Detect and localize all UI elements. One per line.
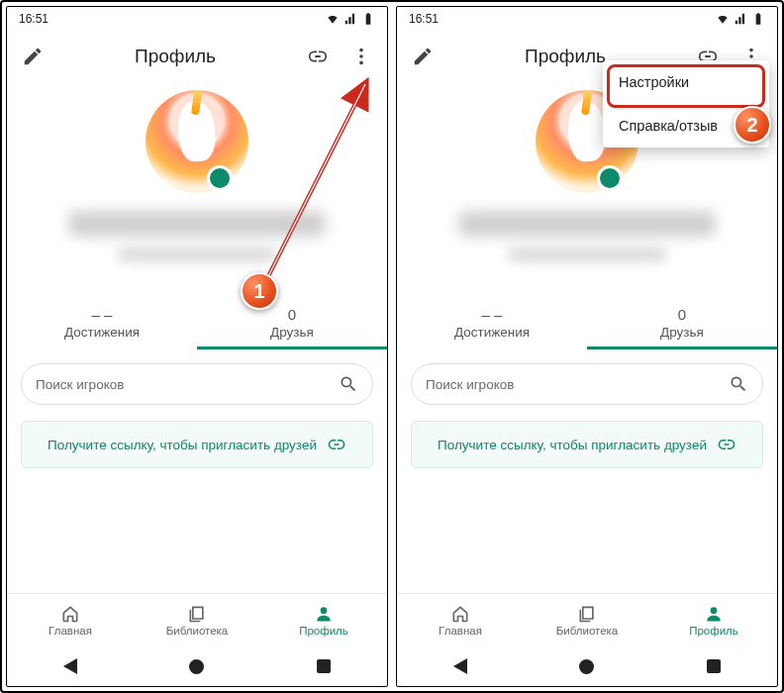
status-time: 16:51: [409, 12, 439, 26]
library-icon: [577, 604, 597, 624]
sys-recent[interactable]: [317, 659, 331, 673]
invite-friends-button[interactable]: Получите ссылку, чтобы пригласить друзей: [411, 421, 763, 468]
achievements-label: Достижения: [7, 325, 197, 340]
svg-point-13: [711, 607, 718, 614]
sys-recent[interactable]: [707, 659, 721, 673]
profile-icon: [314, 604, 334, 624]
battery-icon: [751, 12, 765, 26]
achievements-value: – –: [7, 306, 197, 323]
nav-library-label: Библиотека: [166, 625, 229, 637]
presence-indicator: [597, 165, 623, 191]
username-blurred: [68, 211, 326, 237]
home-icon: [450, 604, 470, 624]
edit-button[interactable]: [401, 35, 444, 78]
tab-achievements[interactable]: – – Достижения: [7, 300, 197, 349]
subtitle-blurred: [118, 247, 276, 262]
status-time: 16:51: [19, 12, 49, 26]
nav-home-label: Главная: [439, 625, 482, 637]
link-icon: [327, 435, 346, 454]
presence-indicator: [207, 165, 233, 191]
nav-library[interactable]: Библиотека: [524, 594, 650, 646]
search-input[interactable]: Поиск игроков: [21, 363, 373, 405]
tab-achievements[interactable]: – – Достижения: [397, 300, 587, 349]
avatar[interactable]: [146, 90, 248, 193]
app-bar: Профиль: [7, 31, 387, 82]
profile-icon: [704, 604, 724, 624]
sys-home[interactable]: [579, 659, 594, 674]
search-placeholder: Поиск игроков: [36, 377, 339, 392]
link-button[interactable]: [296, 35, 340, 78]
search-icon: [729, 374, 748, 394]
profile-tabs: – – Достижения 0 Друзья: [397, 300, 777, 349]
nav-profile[interactable]: Профиль: [260, 594, 387, 646]
nav-library[interactable]: Библиотека: [134, 594, 260, 646]
signal-icon: [343, 12, 357, 26]
edit-button[interactable]: [11, 35, 54, 78]
subtitle-blurred: [508, 247, 666, 262]
profile-content: – – Достижения 0 Друзья Поиск игроков По…: [7, 82, 387, 593]
achievements-label: Достижения: [397, 325, 587, 340]
bottom-nav: Главная Библиотека Профиль: [7, 593, 387, 646]
invite-text: Получите ссылку, чтобы пригласить друзей: [438, 438, 707, 452]
page-title: Профиль: [54, 46, 296, 67]
menu-settings[interactable]: Настройки: [603, 60, 769, 104]
friends-value: 0: [197, 306, 387, 323]
sys-home[interactable]: [189, 659, 204, 674]
home-icon: [60, 604, 80, 624]
friends-value: 0: [587, 306, 777, 323]
search-icon: [339, 374, 358, 394]
status-bar: 16:51: [397, 7, 777, 31]
invite-text: Получите ссылку, чтобы пригласить друзей: [48, 438, 317, 452]
friends-label: Друзья: [587, 325, 777, 340]
svg-point-11: [749, 54, 753, 58]
nav-library-label: Библиотека: [556, 625, 619, 637]
system-nav: [7, 646, 387, 686]
sys-back[interactable]: [453, 658, 467, 674]
phone-screen-2: 16:51 Профиль Настрой: [396, 6, 778, 687]
achievements-value: – –: [397, 306, 587, 323]
search-input[interactable]: Поиск игроков: [411, 363, 763, 405]
svg-point-4: [359, 61, 363, 65]
bottom-nav: Главная Библиотека Профиль: [397, 593, 777, 646]
svg-point-2: [359, 49, 363, 52]
nav-home[interactable]: Главная: [397, 594, 524, 646]
svg-point-10: [749, 49, 753, 52]
svg-point-5: [321, 607, 328, 614]
wifi-icon: [326, 12, 340, 26]
link-icon: [717, 435, 736, 454]
signal-icon: [734, 12, 747, 26]
search-placeholder: Поиск игроков: [426, 377, 729, 392]
sys-back[interactable]: [63, 658, 77, 674]
invite-friends-button[interactable]: Получите ссылку, чтобы пригласить друзей: [21, 421, 373, 468]
profile-content: – – Достижения 0 Друзья Поиск игроков По…: [397, 82, 777, 593]
battery-icon: [361, 12, 375, 26]
wifi-icon: [716, 12, 730, 26]
overflow-menu: Настройки Справка/отзыв: [603, 60, 769, 148]
menu-help[interactable]: Справка/отзыв: [603, 104, 769, 148]
system-nav: [397, 646, 777, 686]
tab-friends[interactable]: 0 Друзья: [587, 300, 777, 349]
tab-friends[interactable]: 0 Друзья: [197, 300, 387, 349]
more-button[interactable]: [340, 35, 383, 78]
friends-label: Друзья: [197, 325, 387, 340]
status-bar: 16:51: [7, 7, 387, 31]
nav-profile-label: Профиль: [689, 625, 738, 637]
svg-point-3: [359, 54, 363, 58]
library-icon: [187, 604, 207, 624]
nav-profile-label: Профиль: [299, 625, 348, 637]
nav-home-label: Главная: [49, 625, 92, 637]
username-blurred: [458, 211, 716, 237]
nav-home[interactable]: Главная: [7, 594, 134, 646]
phone-screen-1: 16:51 Профиль: [6, 6, 388, 687]
nav-profile[interactable]: Профиль: [650, 594, 777, 646]
profile-tabs: – – Достижения 0 Друзья: [7, 300, 387, 349]
